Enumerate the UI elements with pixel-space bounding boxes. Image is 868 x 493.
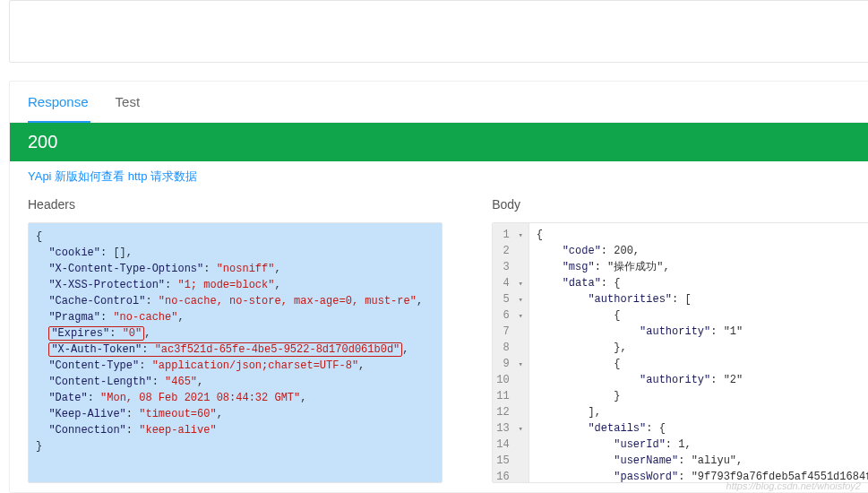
headers-title: Headers <box>28 192 443 222</box>
link-row: YApi 新版如何查看 http 请求数据 <box>10 161 868 192</box>
yapi-link[interactable]: YApi 新版如何查看 http 请求数据 <box>28 169 197 183</box>
response-card: Response Test 200 YApi 新版如何查看 http 请求数据 … <box>9 81 868 493</box>
body-line-gutter: 1 ▾2 3 4 ▾5 ▾6 ▾7 8 9 ▾10 11 12 13 ▾14 1… <box>493 223 529 482</box>
headers-column: Headers { "cookie": [], "X-Content-Type-… <box>28 192 443 483</box>
body-code[interactable]: { "code": 200, "msg": "操作成功", "data": { … <box>529 223 868 482</box>
top-panel <box>9 0 868 63</box>
tab-test[interactable]: Test <box>116 82 168 122</box>
tab-response[interactable]: Response <box>28 82 116 122</box>
columns: Headers { "cookie": [], "X-Content-Type-… <box>10 192 868 492</box>
watermark: https://blog.csdn.net/whoisfoy2 <box>726 480 861 491</box>
tabs: Response Test <box>10 82 868 123</box>
main-content: Response Test 200 YApi 新版如何查看 http 请求数据 … <box>0 0 868 493</box>
status-bar: 200 <box>10 123 868 161</box>
body-title: Body <box>492 192 868 222</box>
body-column: Body 1 ▾2 3 4 ▾5 ▾6 ▾7 8 9 ▾10 11 12 13 … <box>492 192 868 483</box>
body-panel[interactable]: 1 ▾2 3 4 ▾5 ▾6 ▾7 8 9 ▾10 11 12 13 ▾14 1… <box>492 222 868 483</box>
headers-panel[interactable]: { "cookie": [], "X-Content-Type-Options"… <box>28 222 443 483</box>
